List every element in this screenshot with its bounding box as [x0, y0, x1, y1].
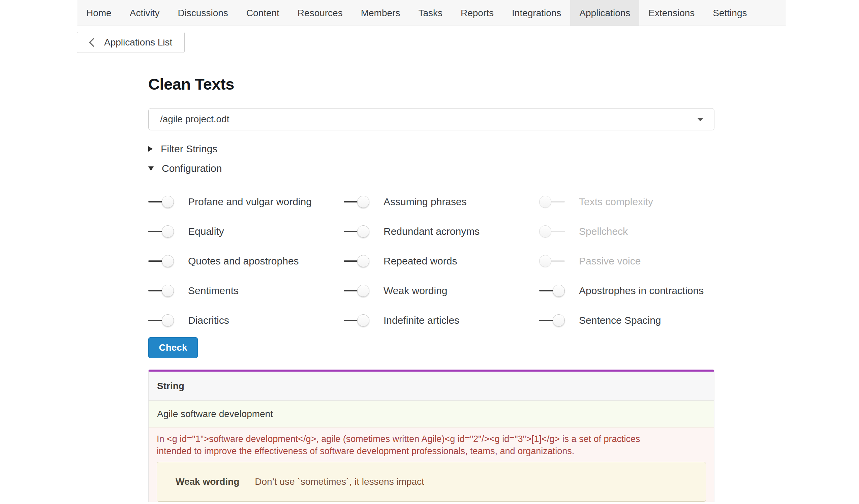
toggle-switch[interactable] — [539, 195, 565, 208]
toggle-item-spellcheck: Spellcheck — [539, 217, 714, 246]
toggle-switch[interactable] — [148, 225, 174, 238]
nav-item-discussions[interactable]: Discussions — [168, 0, 237, 26]
toggle-item-assuming-phrases: Assuming phrases — [344, 187, 539, 217]
toggle-switch[interactable] — [539, 284, 565, 297]
nav-item-integrations[interactable]: Integrations — [503, 0, 570, 26]
toggle-item-quotes-and-apostrophes: Quotes and apostrophes — [148, 246, 344, 276]
toggle-item-indefinite-articles: Indefinite articles — [344, 306, 539, 335]
toggle-label: Redundant acronyms — [383, 226, 480, 237]
toggle-switch[interactable] — [539, 255, 565, 268]
switch-knob-icon — [162, 314, 174, 326]
nav-item-extensions[interactable]: Extensions — [639, 0, 704, 26]
toggle-item-apostrophes-in-contractions: Apostrophes in contractions — [539, 276, 714, 306]
file-select-dropdown[interactable]: /agile project.odt — [148, 108, 714, 131]
switch-knob-icon — [162, 255, 174, 267]
toggle-switch[interactable] — [344, 225, 370, 238]
toggle-item-equality: Equality — [148, 217, 344, 246]
file-select-value: /agile project.odt — [160, 114, 229, 125]
toggle-switch[interactable] — [148, 314, 174, 327]
string-detail-row: In <g id="1">software development</g>, a… — [149, 428, 714, 502]
nav-item-tasks[interactable]: Tasks — [409, 0, 452, 26]
toggle-switch[interactable] — [344, 314, 370, 327]
switch-knob-icon — [357, 285, 370, 297]
back-button-label: Applications List — [104, 37, 172, 48]
chevron-left-icon — [87, 37, 96, 48]
main-content: Clean Texts /agile project.odt Filter St… — [148, 75, 714, 502]
toggle-label: Indefinite articles — [383, 315, 459, 326]
toggle-label: Spellcheck — [579, 226, 628, 237]
toggle-item-sentence-spacing: Sentence Spacing — [539, 306, 714, 335]
toggle-item-sentiments: Sentiments — [148, 276, 344, 306]
issue-type-label: Weak wording — [176, 476, 239, 487]
toggle-label: Quotes and apostrophes — [188, 255, 299, 267]
app-container: HomeActivityDiscussionsContentResourcesM… — [77, 0, 786, 502]
triangle-right-icon — [148, 146, 153, 152]
top-nav: HomeActivityDiscussionsContentResourcesM… — [77, 0, 786, 26]
string-result-row[interactable]: Agile software development — [149, 400, 714, 428]
toggle-label: Sentiments — [188, 285, 239, 296]
toggle-switch[interactable] — [539, 225, 565, 238]
toggle-item-repeated-words: Repeated words — [344, 246, 539, 276]
toggle-label: Repeated words — [383, 255, 457, 267]
switch-knob-icon — [162, 225, 174, 238]
applications-list-back-button[interactable]: Applications List — [77, 32, 185, 53]
switch-knob-icon — [357, 225, 370, 238]
switch-knob-icon — [553, 285, 565, 297]
toggle-item-weak-wording: Weak wording — [344, 276, 539, 306]
switch-knob-icon — [357, 196, 370, 208]
switch-knob-icon — [539, 196, 551, 208]
page-title: Clean Texts — [148, 75, 714, 94]
results-table: String Agile software development In <g … — [148, 370, 714, 502]
check-button[interactable]: Check — [148, 337, 198, 358]
issue-markup-text: In <g id="1">software development</g>, a… — [157, 433, 649, 457]
toggle-item-texts-complexity: Texts complexity — [539, 187, 714, 217]
configuration-toggle-grid: Profane and vulgar wording Assuming phra… — [148, 187, 714, 335]
switch-knob-icon — [162, 196, 174, 208]
toggle-label: Texts complexity — [579, 196, 653, 208]
toggle-switch[interactable] — [344, 255, 370, 268]
toggle-item-redundant-acronyms: Redundant acronyms — [344, 217, 539, 246]
toggle-label: Passive voice — [579, 255, 641, 267]
nav-item-reports[interactable]: Reports — [452, 0, 503, 26]
nav-item-resources[interactable]: Resources — [288, 0, 352, 26]
divider — [77, 57, 786, 57]
toggle-label: Equality — [188, 226, 224, 237]
toggle-label: Profane and vulgar wording — [188, 196, 312, 208]
chevron-down-icon — [697, 118, 703, 121]
nav-item-home[interactable]: Home — [77, 0, 121, 26]
toggle-item-diacritics: Diacritics — [148, 306, 344, 335]
issue-message: Don’t use `sometimes`, it lessens impact — [255, 476, 424, 487]
toggle-switch[interactable] — [148, 284, 174, 297]
toggle-item-profane-and-vulgar-wording: Profane and vulgar wording — [148, 187, 344, 217]
toggle-label: Assuming phrases — [383, 196, 467, 208]
nav-item-applications[interactable]: Applications — [570, 0, 639, 26]
toggle-label: Sentence Spacing — [579, 315, 661, 326]
switch-knob-icon — [357, 255, 370, 267]
configuration-section-toggle[interactable]: Configuration — [148, 163, 714, 174]
toggle-switch[interactable] — [539, 314, 565, 327]
filter-strings-label: Filter Strings — [161, 143, 217, 155]
toggle-label: Apostrophes in contractions — [579, 285, 704, 296]
nav-item-activity[interactable]: Activity — [121, 0, 169, 26]
switch-knob-icon — [357, 314, 370, 326]
filter-strings-section-toggle[interactable]: Filter Strings — [148, 143, 714, 154]
nav-item-members[interactable]: Members — [352, 0, 409, 26]
switch-knob-icon — [539, 225, 551, 238]
results-header-string: String — [149, 371, 714, 400]
toggle-switch[interactable] — [148, 255, 174, 268]
toggle-item-passive-voice: Passive voice — [539, 246, 714, 276]
configuration-label: Configuration — [162, 163, 222, 174]
toggle-switch[interactable] — [344, 195, 370, 208]
toggle-label: Weak wording — [383, 285, 448, 296]
toggle-switch[interactable] — [344, 284, 370, 297]
toggle-switch[interactable] — [148, 195, 174, 208]
toggle-label: Diacritics — [188, 315, 229, 326]
switch-knob-icon — [553, 314, 565, 326]
back-row: Applications List — [77, 32, 786, 53]
issue-detail-box: Weak wording Don’t use `sometimes`, it l… — [157, 462, 706, 502]
switch-knob-icon — [162, 285, 174, 297]
switch-knob-icon — [539, 255, 551, 267]
nav-item-content[interactable]: Content — [237, 0, 288, 26]
nav-item-settings[interactable]: Settings — [704, 0, 756, 26]
triangle-down-icon — [148, 166, 154, 171]
